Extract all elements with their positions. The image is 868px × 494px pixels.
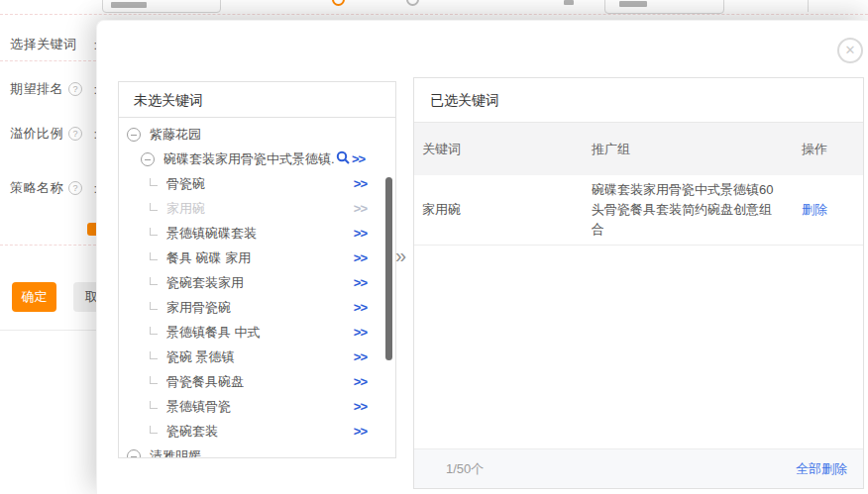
- add-all-arrow-button[interactable]: >>: [352, 151, 365, 166]
- field-label: 期望排名: [10, 80, 63, 98]
- panel-title: 已选关键词: [414, 78, 863, 123]
- campaign-label: 清雅明媛: [150, 447, 201, 459]
- unselected-keywords-panel: 未选关键词 紫藤花园 碗碟套装家用骨瓷中式景德镇... >>: [118, 81, 396, 458]
- form-row-expected-rank: 期望排名 ? :: [10, 80, 97, 98]
- keyword-label: 骨瓷餐具碗盘: [166, 373, 244, 391]
- tree-keyword-row: 瓷碗套装家用 >>: [119, 270, 395, 295]
- adgroup-label: 碗碟套装家用骨瓷中式景德镇...: [163, 150, 334, 168]
- tree-keyword-row: 景德镇餐具 中式 >>: [119, 320, 395, 345]
- empty-area: [414, 246, 863, 448]
- keyword-tree: 紫藤花园 碗碟套装家用骨瓷中式景德镇... >> 骨瓷碗 >>: [119, 118, 395, 458]
- add-keyword-arrow-button[interactable]: >>: [354, 424, 367, 439]
- tree-branch-icon: [150, 376, 158, 384]
- tree-group-row: 紫藤花园: [119, 122, 395, 147]
- adgroup-cell: 碗碟套装家用骨瓷中式景德镇60头骨瓷餐具套装简约碗盘创意组合: [592, 175, 788, 245]
- field-label: 策略名称: [10, 179, 63, 197]
- add-keyword-arrow-button[interactable]: >>: [354, 250, 367, 265]
- field-label: 溢价比例: [10, 125, 63, 143]
- tree-keyword-row: 骨瓷碗 >>: [119, 171, 395, 196]
- tree-branch-icon: [150, 327, 158, 335]
- tree-keyword-row: 瓷碗 景德镇 >>: [119, 345, 395, 369]
- tree-branch-icon: [150, 203, 158, 211]
- add-keyword-arrow-button[interactable]: >>: [354, 399, 367, 414]
- input-text-fragment: [111, 2, 147, 8]
- add-keyword-arrow-button[interactable]: >>: [354, 300, 367, 315]
- panel-footer: 1/50个 全部删除: [414, 448, 863, 488]
- tree-branch-icon: [150, 228, 158, 236]
- add-keyword-arrow-button[interactable]: >>: [354, 374, 367, 389]
- tree-branch-icon: [150, 178, 158, 186]
- add-keyword-arrow-button: >>: [354, 201, 367, 216]
- bid-input-fragment[interactable]: [102, 0, 221, 13]
- column-header-adgroup: 推广组: [592, 141, 788, 158]
- gray-status-icon[interactable]: [406, 0, 419, 6]
- tree-adgroup-row: 碗碟套装家用骨瓷中式景德镇... >>: [119, 147, 395, 171]
- table-row: 家用碗 碗碟套装家用骨瓷中式景德镇60头骨瓷餐具套装简约碗盘创意组合 删除: [414, 175, 863, 246]
- tree-branch-icon: [150, 302, 158, 310]
- tree-branch-icon: [150, 401, 158, 409]
- collapse-icon[interactable]: [127, 128, 141, 142]
- form-row-select-keywords: 选择关键词 :: [10, 36, 97, 53]
- orange-status-icon[interactable]: [332, 0, 345, 6]
- keyword-label: 骨瓷碗: [166, 175, 205, 193]
- add-keyword-arrow-button[interactable]: >>: [354, 176, 367, 191]
- orange-tag-fragment: [87, 223, 96, 236]
- keyword-label: 景德镇骨瓷: [166, 398, 231, 416]
- campaign-label: 紫藤花园: [150, 126, 201, 144]
- selected-count: 1/50个: [446, 460, 484, 478]
- keyword-label: 家用骨瓷碗: [166, 299, 231, 317]
- section-divider: [0, 245, 96, 246]
- selected-keywords-panel: 已选关键词 关键词 推广组 操作 家用碗 碗碟套装家用骨瓷中式景德镇60头骨瓷餐…: [413, 77, 864, 489]
- input-text-fragment: [619, 1, 647, 7]
- delete-all-link[interactable]: 全部删除: [796, 460, 847, 478]
- tree-keyword-row: 家用骨瓷碗 >>: [119, 295, 395, 320]
- transfer-right-icon[interactable]: »: [395, 246, 406, 265]
- help-icon[interactable]: ?: [68, 181, 82, 195]
- divider: [808, 0, 809, 12]
- keyword-label: 瓷碗套装家用: [166, 274, 244, 292]
- tree-branch-icon: [150, 426, 158, 434]
- column-header-action: 操作: [788, 141, 863, 158]
- tree-branch-icon: [150, 351, 158, 359]
- tree-keyword-row: 景德镇骨瓷 >>: [119, 394, 395, 419]
- panel-title: 未选关键词: [119, 82, 395, 118]
- confirm-button[interactable]: 确定: [12, 282, 56, 312]
- add-keyword-arrow-button[interactable]: >>: [354, 349, 367, 364]
- tree-keyword-row: 骨瓷餐具碗盘 >>: [119, 369, 395, 394]
- text-fragment: [564, 0, 574, 5]
- collapse-icon[interactable]: [141, 152, 155, 166]
- bid-input-fragment-2[interactable]: [604, 0, 724, 14]
- close-icon[interactable]: ✕: [837, 38, 863, 63]
- delete-link[interactable]: 删除: [802, 202, 827, 217]
- keyword-label: 景德镇餐具 中式: [166, 324, 261, 342]
- search-icon[interactable]: [336, 150, 350, 167]
- section-divider: [0, 14, 868, 15]
- keyword-label: 餐具 碗碟 家用: [166, 249, 251, 267]
- tree-keyword-row-disabled: 家用碗 >>: [119, 196, 395, 221]
- add-keyword-arrow-button[interactable]: >>: [354, 226, 367, 241]
- section-divider: [0, 330, 96, 331]
- tree-branch-icon: [150, 252, 158, 260]
- keyword-label: 景德镇碗碟套装: [166, 225, 257, 243]
- add-keyword-arrow-button[interactable]: >>: [354, 325, 367, 340]
- keyword-label: 瓷碗 景德镇: [166, 348, 235, 366]
- add-keyword-arrow-button[interactable]: >>: [354, 275, 367, 290]
- form-row-premium-ratio: 溢价比例 ? :: [10, 125, 97, 143]
- tree-keyword-row: 景德镇碗碟套装 >>: [119, 221, 395, 246]
- tree-keyword-row: 餐具 碗碟 家用 >>: [119, 246, 395, 270]
- form-row-strategy-name: 策略名称 ? :: [10, 179, 97, 197]
- column-header-keyword: 关键词: [414, 141, 592, 158]
- help-icon[interactable]: ?: [68, 82, 82, 96]
- keyword-label: 瓷碗套装: [166, 423, 218, 441]
- keyword-cell: 家用碗: [414, 201, 592, 219]
- collapse-icon[interactable]: [127, 449, 141, 459]
- keyword-label: 家用碗: [166, 200, 205, 218]
- section-divider: [0, 60, 96, 61]
- tree-keyword-row: 瓷碗套装 >>: [119, 419, 395, 444]
- tree-scrollbar[interactable]: [385, 177, 392, 360]
- help-icon[interactable]: ?: [68, 127, 82, 141]
- tree-group-row-clipped: 清雅明媛: [119, 444, 395, 458]
- field-label: 选择关键词: [10, 36, 77, 53]
- keyword-picker-modal: ✕ 未选关键词 紫藤花园 碗碟套装家用骨瓷中式景德镇... >>: [96, 20, 868, 494]
- tree-branch-icon: [150, 277, 158, 285]
